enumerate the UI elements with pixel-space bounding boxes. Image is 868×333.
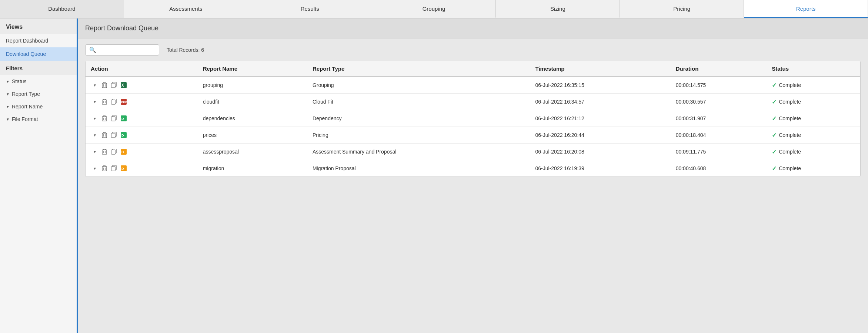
duration-cell-3: 00:00:18.404	[671, 127, 767, 144]
table-body: ▼	[86, 77, 860, 176]
duration-cell-0: 00:00:14.575	[671, 77, 767, 94]
status-complete-2: ✓ Complete	[772, 115, 855, 122]
report-name-cell-0: grouping	[198, 77, 307, 94]
table-row: ▼	[86, 144, 860, 160]
report-type-cell-4: Assessment Summary and Proposal	[307, 144, 530, 160]
excel-icon[interactable]: X	[120, 81, 128, 89]
nav-item-pricing[interactable]: Pricing	[620, 0, 744, 18]
svg-text:D: D	[121, 167, 124, 171]
nav-item-assessments[interactable]: Assessments	[124, 0, 248, 18]
delete-btn-4[interactable]	[100, 148, 108, 156]
col-header-duration: Duration	[671, 61, 767, 77]
report-name-cell-2: dependencies	[198, 110, 307, 127]
svg-text:D: D	[121, 117, 124, 121]
action-icons-2: ▼	[91, 114, 193, 122]
top-navigation: DashboardAssessmentsResultsGroupingSizin…	[0, 0, 868, 18]
report-type-cell-5: Migration Proposal	[307, 160, 530, 177]
nav-item-sizing[interactable]: Sizing	[496, 0, 620, 18]
table-row: ▼	[86, 127, 860, 144]
status-cell-5: ✓ Complete	[767, 160, 860, 177]
copy-btn-3[interactable]	[110, 131, 118, 139]
search-input[interactable]	[99, 47, 155, 53]
svg-text:X: X	[121, 83, 124, 87]
svg-rect-0	[102, 83, 107, 88]
action-icons-5: ▼	[91, 164, 193, 172]
copy-btn-2[interactable]	[110, 114, 118, 122]
svg-rect-47	[111, 150, 115, 154]
status-complete-1: ✓ Complete	[772, 98, 855, 105]
filter-report-name-arrow: ▼	[6, 105, 10, 109]
action-cell-3: ▼	[86, 127, 198, 144]
duration-cell-1: 00:00:30.557	[671, 94, 767, 110]
doc-yellow-icon[interactable]: D	[120, 164, 128, 172]
duration-cell-5: 00:00:40.608	[671, 160, 767, 177]
svg-rect-37	[111, 133, 115, 138]
filter-file-format-arrow: ▼	[6, 117, 10, 121]
checkmark-icon-1: ✓	[772, 98, 777, 105]
svg-rect-20	[102, 117, 107, 121]
svg-text:PDF: PDF	[121, 101, 127, 104]
sidebar-item-download-queue[interactable]: Download Queue	[0, 47, 77, 61]
filter-report-type[interactable]: ▼ Report Type	[0, 88, 77, 100]
nav-item-grouping[interactable]: Grouping	[372, 0, 496, 18]
svg-rect-40	[102, 150, 107, 154]
action-cell-1: ▼	[86, 94, 198, 110]
copy-btn-4[interactable]	[110, 148, 118, 156]
delete-btn-0[interactable]	[100, 81, 108, 89]
checkmark-icon-4: ✓	[772, 148, 777, 155]
doc-yellow-icon[interactable]: D	[120, 148, 128, 156]
row-expand-btn-0[interactable]: ▼	[91, 81, 99, 89]
main-content: Report Download Queue 🔍 Total Records: 6…	[78, 18, 868, 333]
search-box[interactable]: 🔍	[85, 44, 159, 56]
pdf-icon[interactable]: PDF	[120, 98, 128, 106]
filter-status[interactable]: ▼ Status	[0, 75, 77, 88]
row-expand-btn-5[interactable]: ▼	[91, 164, 99, 172]
row-expand-btn-1[interactable]: ▼	[91, 98, 99, 106]
status-label-5: Complete	[779, 165, 801, 171]
copy-btn-5[interactable]	[110, 164, 118, 172]
delete-btn-2[interactable]	[100, 114, 108, 122]
timestamp-cell-0: 06-Jul-2022 16:35:15	[530, 77, 671, 94]
report-name-cell-5: migration	[198, 160, 307, 177]
report-type-cell-1: Cloud Fit	[307, 94, 530, 110]
main-layout: Views Report Dashboard Download Queue Fi…	[0, 18, 868, 333]
checkmark-icon-2: ✓	[772, 115, 777, 122]
delete-btn-1[interactable]	[100, 98, 108, 106]
svg-rect-57	[111, 166, 115, 171]
row-expand-btn-4[interactable]: ▼	[91, 148, 99, 156]
status-complete-4: ✓ Complete	[772, 148, 855, 155]
duration-cell-4: 00:09:11.775	[671, 144, 767, 160]
reports-table: Action Report Name Report Type Timestamp…	[86, 61, 860, 176]
svg-rect-7	[111, 83, 115, 88]
svg-rect-50	[102, 166, 107, 171]
report-type-cell-0: Grouping	[307, 77, 530, 94]
table-row: ▼	[86, 94, 860, 110]
action-cell-5: ▼	[86, 160, 198, 177]
filter-file-format[interactable]: ▼ File Format	[0, 113, 77, 125]
status-label-0: Complete	[779, 82, 801, 88]
views-header: Views	[0, 18, 77, 34]
timestamp-cell-4: 06-Jul-2022 16:20:08	[530, 144, 671, 160]
checkmark-icon-3: ✓	[772, 132, 777, 139]
doc-green-icon[interactable]: D	[120, 131, 128, 139]
delete-btn-3[interactable]	[100, 131, 108, 139]
sidebar: Views Report Dashboard Download Queue Fi…	[0, 18, 78, 333]
copy-btn-0[interactable]	[110, 81, 118, 89]
nav-item-reports[interactable]: Reports	[744, 0, 868, 18]
delete-btn-5[interactable]	[100, 164, 108, 172]
row-expand-btn-3[interactable]: ▼	[91, 131, 99, 139]
report-name-cell-1: cloudfit	[198, 94, 307, 110]
nav-item-results[interactable]: Results	[248, 0, 372, 18]
copy-btn-1[interactable]	[110, 98, 118, 106]
report-name-cell-4: assessproposal	[198, 144, 307, 160]
filter-report-name[interactable]: ▼ Report Name	[0, 100, 77, 113]
doc-green-icon[interactable]: D	[120, 114, 128, 122]
table-row: ▼	[86, 160, 860, 177]
sidebar-item-report-dashboard[interactable]: Report Dashboard	[0, 34, 77, 47]
row-expand-btn-2[interactable]: ▼	[91, 114, 99, 122]
search-icon: 🔍	[89, 47, 96, 53]
action-cell-0: ▼	[86, 77, 198, 94]
svg-rect-27	[111, 117, 115, 121]
report-type-cell-3: Pricing	[307, 127, 530, 144]
nav-item-dashboard[interactable]: Dashboard	[0, 0, 124, 18]
